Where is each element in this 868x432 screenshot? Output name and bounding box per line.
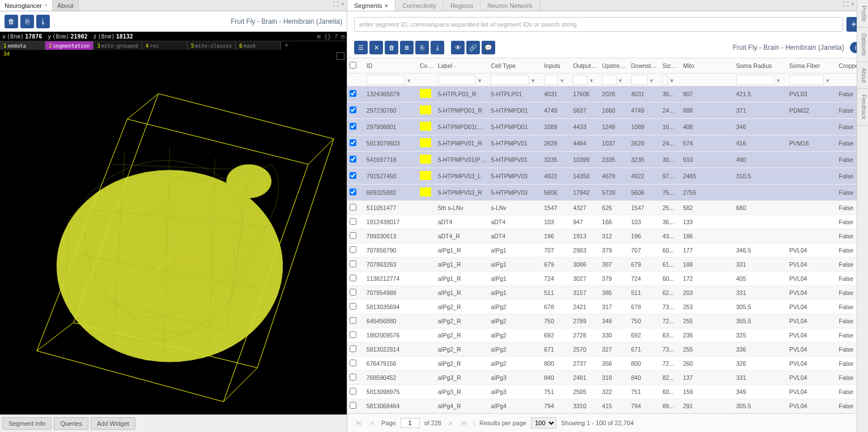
layer-tab-emdata[interactable]: 1emdata	[0, 41, 45, 50]
table-row[interactable]: 5416977185-HTPMPV01(PV...5-HTPMPV0132351…	[347, 152, 868, 168]
queries-button[interactable]: Queries	[54, 417, 88, 430]
right-tab-neuron-network[interactable]: Neuron Network	[480, 0, 539, 11]
layer-tab-mask[interactable]: 6mask	[236, 41, 281, 50]
3d-viewer[interactable]: 3d	[0, 50, 347, 414]
table-row[interactable]: 1882009576aIPg2_RaIPg2692272833069263...…	[347, 328, 868, 343]
filter-input[interactable]	[736, 75, 775, 85]
link-icon[interactable]: 🔗	[466, 41, 480, 54]
filter-icon[interactable]: ▾	[529, 77, 537, 84]
filter-input[interactable]	[789, 75, 824, 85]
side-tab-feedback[interactable]: Feedback	[857, 89, 868, 126]
add-layer-button[interactable]: +	[281, 41, 292, 50]
col-header[interactable]: Label↑	[436, 58, 489, 74]
row-checkbox[interactable]	[350, 90, 356, 97]
row-checkbox[interactable]	[350, 123, 356, 130]
col-header[interactable]: Cell Type	[488, 58, 542, 74]
row-checkbox[interactable]	[350, 388, 356, 395]
filter-icon[interactable]: ▾	[558, 77, 566, 84]
table-row[interactable]: 1138212774aIPg1_RaIPg1724302737972460...…	[347, 272, 868, 286]
row-checkbox[interactable]	[350, 172, 356, 179]
close-icon[interactable]: ×	[385, 2, 388, 9]
close-panel-icon[interactable]: ×	[851, 1, 854, 7]
segment-info-button[interactable]: Segment Info	[2, 417, 52, 430]
row-checkbox[interactable]	[350, 345, 356, 352]
right-tab-connectivity[interactable]: Connectivity	[395, 0, 444, 11]
layer-tab-roi[interactable]: 4roi	[142, 41, 188, 50]
close-icon[interactable]: ×	[44, 2, 48, 8]
table-row[interactable]: 676479156aIPg2_RaIPg2800273735680072...2…	[347, 357, 868, 371]
row-checkbox[interactable]	[350, 331, 356, 338]
filter-icon[interactable]: ▾	[775, 77, 782, 84]
add-widget-button[interactable]: Add Widget	[91, 417, 135, 430]
filter-input[interactable]	[544, 75, 558, 85]
col-header[interactable]: Inputs	[542, 58, 571, 74]
right-tab-segments[interactable]: Segments×	[347, 0, 395, 11]
segment-search-input[interactable]	[354, 17, 843, 32]
left-tab-about[interactable]: About	[53, 0, 79, 11]
row-checkbox[interactable]	[350, 189, 356, 195]
chat-icon[interactable]: 💬	[482, 41, 495, 54]
table-row[interactable]: 707854989aIPg1_RaIPg1511315738551162...2…	[347, 286, 868, 300]
table-row[interactable]: 6693258825-HTPMPV03_R5-HTPMPV03560617942…	[347, 185, 868, 201]
row-checkbox[interactable]	[350, 218, 356, 225]
filter-input[interactable]	[367, 75, 405, 85]
col-header[interactable]: Color	[418, 58, 436, 74]
table-row[interactable]: 7915274935-HTPMPV03_L5-HTPMPV03492214350…	[347, 168, 868, 185]
table-row[interactable]: 5813022814aIPg2_RaIPg2671257032767173...…	[347, 343, 868, 357]
layer-tab-mito-grouped[interactable]: 3mito-grouped	[93, 41, 142, 50]
table-row[interactable]: 1912438017aDT4aDT410394716610336...133Fa…	[347, 215, 868, 229]
side-tab-profile[interactable]: Profile	[857, 0, 868, 28]
layer-tab-segmentation[interactable]: 2segmentation	[45, 41, 93, 50]
filter-icon[interactable]: ▾	[668, 77, 676, 84]
table-row[interactable]: 5110514775th s-LNvs-LNv15474327626154725…	[347, 201, 868, 215]
grid-icon[interactable]: ⊞	[317, 33, 321, 40]
copy-icon[interactable]: ⎘	[415, 41, 429, 54]
row-checkbox[interactable]	[350, 139, 356, 146]
table-row[interactable]: 2972307605-HTPMPD01_R5-HTPMPD01474958371…	[347, 102, 868, 119]
trash-icon[interactable]: 🗑	[385, 41, 398, 54]
row-checkbox[interactable]	[350, 232, 356, 239]
row-checkbox[interactable]	[350, 275, 356, 281]
select-all-checkbox[interactable]	[350, 62, 356, 69]
col-header[interactable]: Upstream...	[600, 58, 629, 74]
filter-icon[interactable]: ▾	[616, 77, 624, 84]
left-tab-neuroglancer[interactable]: Neuroglancer×	[0, 0, 53, 11]
filter-input[interactable]	[631, 75, 648, 85]
list-icon[interactable]: ☰	[354, 41, 368, 54]
download-icon[interactable]: ⭳	[36, 15, 50, 28]
hash-icon[interactable]: ⊟	[341, 33, 344, 40]
help-icon[interactable]: ?	[334, 33, 338, 40]
view-options-icon[interactable]	[337, 52, 344, 60]
row-checkbox[interactable]	[350, 289, 356, 296]
filter-icon[interactable]: ▾	[476, 77, 484, 84]
filter-input[interactable]	[573, 75, 587, 85]
filter-input[interactable]	[491, 75, 529, 85]
col-header[interactable]	[347, 58, 364, 74]
col-header[interactable]: Mito	[680, 58, 734, 74]
table-row[interactable]: 5813035694aIPg2_RaIPg2678242131767873...…	[347, 300, 868, 314]
eye-icon[interactable]: 👁	[451, 41, 465, 54]
col-header[interactable]: Outputs...	[571, 58, 599, 74]
expand-icon[interactable]: ⛶	[843, 1, 849, 7]
doc-icon[interactable]: 🗎	[400, 41, 414, 54]
pager-page-input[interactable]	[401, 418, 420, 428]
row-checkbox[interactable]	[350, 156, 356, 162]
pager-first[interactable]: I<	[354, 420, 364, 426]
side-tab-about[interactable]: About	[857, 62, 868, 89]
table-row[interactable]: 789330613aDT4_RaDT4196191331219643...186…	[347, 229, 868, 243]
close-icon[interactable]: ✕	[369, 41, 383, 54]
table-row[interactable]: 5813098975aIPg3_RaIPg3751250532275160...…	[347, 385, 868, 399]
pager-rpp-select[interactable]: 100	[531, 417, 556, 429]
pager-prev[interactable]: <	[368, 420, 376, 426]
row-checkbox[interactable]	[350, 260, 356, 267]
filter-input[interactable]	[602, 75, 616, 85]
filter-icon[interactable]: ▾	[648, 77, 656, 84]
table-row[interactable]: 645456880aIPg2_RaIPg2750278934875072...2…	[347, 314, 868, 328]
col-header[interactable]: Downstream	[629, 58, 660, 74]
download-icon[interactable]: ⭳	[431, 41, 444, 54]
table-row[interactable]: 13243658795-HTPLP01_R5-HTPLP014031176062…	[347, 86, 868, 102]
filter-icon[interactable]: ▾	[405, 77, 413, 84]
table-row[interactable]: 707858790aIPg1_RaIPg1707298337970760...1…	[347, 243, 868, 258]
row-checkbox[interactable]	[350, 317, 356, 324]
copy-icon[interactable]: ⎘	[20, 15, 34, 28]
